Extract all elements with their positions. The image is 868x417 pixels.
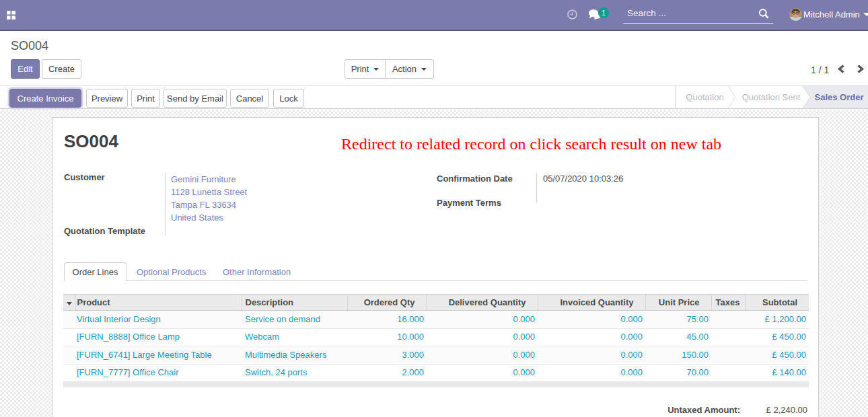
svg-text:Sales Order: Sales Order [815, 92, 864, 102]
svg-text:Quotation Sent: Quotation Sent [742, 92, 801, 102]
svg-text:Quotation: Quotation [686, 92, 723, 102]
